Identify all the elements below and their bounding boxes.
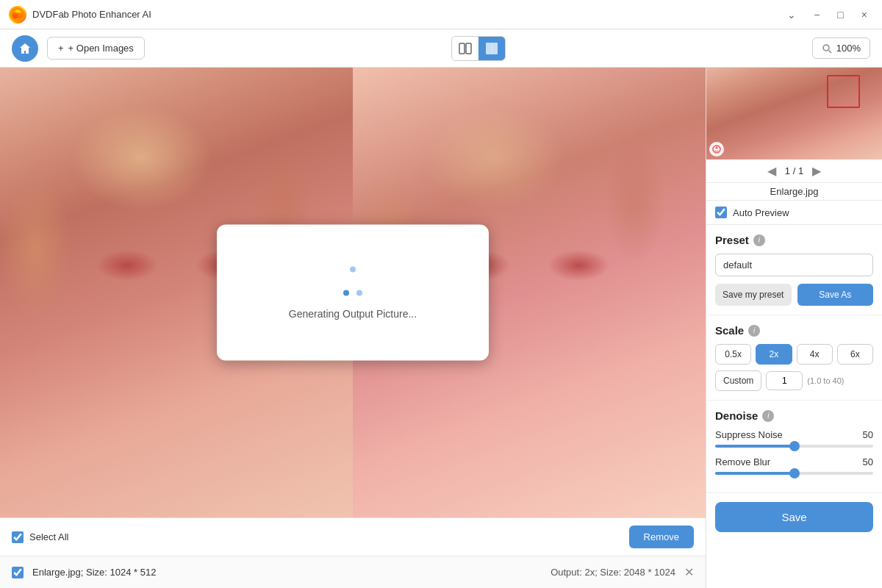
app-title: DVDFab Photo Enhancer AI (32, 9, 151, 20)
denoise-title: Denoise (715, 409, 758, 422)
scale-header: Scale i (715, 324, 873, 337)
auto-preview-row: Auto Preview (706, 201, 882, 225)
thumb-face-icon (709, 142, 724, 157)
main-area: Generating Output Picture... Select All … (0, 68, 882, 588)
spinner (338, 266, 368, 295)
preset-title: Preset (715, 234, 749, 246)
view-toggle (451, 36, 506, 61)
auto-preview-label: Auto Preview (733, 207, 789, 218)
custom-scale-row: Custom 1 (1.0 to 40) (715, 370, 873, 391)
view-split-button[interactable] (452, 37, 478, 60)
zoom-control[interactable]: 100% (812, 37, 870, 59)
auto-preview-checkbox[interactable] (715, 207, 727, 218)
select-all-checkbox[interactable] (12, 531, 24, 543)
svg-rect-6 (486, 43, 491, 54)
minimize-btn[interactable]: − (808, 6, 825, 24)
suppress-noise-label: Suppress Noise (715, 429, 783, 440)
next-file-button[interactable]: ▶ (812, 164, 821, 178)
scale-0-5x-button[interactable]: 0.5x (715, 344, 751, 365)
preset-buttons: Save my preset Save As (715, 284, 873, 306)
svg-rect-7 (492, 43, 498, 54)
output-info: Output: 2x; Size: 2048 * 1024 (551, 567, 675, 578)
suppress-noise-fill (715, 445, 795, 448)
remove-blur-thumb[interactable] (789, 468, 800, 478)
prev-file-button[interactable]: ◀ (767, 164, 776, 178)
custom-scale-input[interactable]: 1 (766, 371, 803, 390)
svg-point-12 (716, 147, 718, 149)
preset-section: Preset i default portrait landscape cust… (706, 225, 882, 315)
denoise-info-icon[interactable]: i (762, 410, 774, 422)
file-row: Enlarge.jpg; Size: 1024 * 512 Output: 2x… (0, 556, 706, 588)
remove-blur-track[interactable] (715, 472, 873, 475)
scale-section: Scale i 0.5x 2x 4x 6x Custom 1 (1.0 to 4… (706, 315, 882, 401)
open-images-button[interactable]: + + Open Images (47, 37, 145, 60)
select-all-label[interactable]: Select All (29, 531, 68, 542)
save-my-preset-button[interactable]: Save my preset (715, 284, 792, 306)
save-button[interactable]: Save (715, 502, 873, 532)
remove-blur-label: Remove Blur (715, 456, 770, 467)
scale-buttons: 0.5x 2x 4x 6x (715, 344, 873, 365)
preview-thumbnail (706, 68, 882, 159)
file-info: Enlarge.jpg; Size: 1024 * 512 (32, 567, 542, 578)
titlebar-controls: ⌄ − □ × (781, 6, 873, 24)
titlebar-left: DVDFab Photo Enhancer AI (9, 6, 151, 24)
preset-info-icon[interactable]: i (753, 234, 765, 246)
scale-2x-button[interactable]: 2x (756, 344, 792, 365)
bottom-bar: Select All Remove (0, 517, 706, 556)
app-logo (9, 6, 26, 24)
titlebar: DVDFab Photo Enhancer AI ⌄ − □ × (0, 0, 882, 29)
denoise-header: Denoise i (715, 409, 873, 422)
scale-title: Scale (715, 324, 744, 337)
remove-blur-label-row: Remove Blur 50 (715, 456, 873, 467)
file-counter: 1 / 1 (785, 165, 803, 176)
open-images-label: + Open Images (68, 43, 134, 54)
scale-4x-button[interactable]: 4x (797, 344, 833, 365)
suppress-noise-thumb[interactable] (789, 441, 800, 451)
svg-line-10 (828, 50, 831, 53)
zoom-icon (822, 43, 832, 54)
file-checkbox[interactable] (12, 567, 24, 578)
view-full-button[interactable] (478, 37, 505, 60)
plus-icon: + (58, 43, 64, 54)
zoom-level: 100% (836, 43, 861, 54)
spinner-text: Generating Output Picture... (289, 307, 417, 319)
thumb-selection-box (827, 75, 860, 108)
home-button[interactable] (12, 35, 38, 62)
remove-blur-value: 50 (863, 456, 873, 467)
dropdown-btn[interactable]: ⌄ (781, 6, 802, 24)
maximize-btn[interactable]: □ (831, 6, 849, 24)
thumbnail-filename: Enlarge.jpg (706, 183, 882, 201)
suppress-noise-label-row: Suppress Noise 50 (715, 429, 873, 440)
image-viewer: Generating Output Picture... (0, 68, 706, 517)
suppress-noise-value: 50 (863, 429, 873, 440)
svg-point-3 (17, 12, 23, 18)
svg-point-9 (823, 45, 829, 51)
svg-rect-5 (466, 43, 471, 54)
scale-info-icon[interactable]: i (748, 325, 760, 337)
scale-6x-button[interactable]: 6x (837, 344, 873, 365)
preset-select[interactable]: default portrait landscape custom (715, 254, 873, 276)
select-all-area: Select All (12, 531, 617, 543)
svg-rect-4 (459, 43, 465, 54)
file-nav: ◀ 1 / 1 ▶ (706, 159, 882, 183)
spinner-overlay: Generating Output Picture... (217, 225, 489, 361)
suppress-noise-track[interactable] (715, 445, 873, 448)
close-btn[interactable]: × (856, 6, 873, 24)
image-column: Generating Output Picture... Select All … (0, 68, 706, 588)
remove-blur-fill (715, 472, 795, 475)
file-name-size: Enlarge.jpg; Size: 1024 * 512 (32, 567, 156, 578)
right-panel: ◀ 1 / 1 ▶ Enlarge.jpg Auto Preview Prese… (706, 68, 882, 588)
toolbar-left: + + Open Images (12, 35, 145, 62)
denoise-section: Denoise i Suppress Noise 50 Remove Blur … (706, 401, 882, 493)
preset-header: Preset i (715, 234, 873, 246)
save-as-button[interactable]: Save As (797, 284, 874, 306)
remove-button[interactable]: Remove (629, 526, 694, 548)
toolbar: + + Open Images 100% (0, 29, 882, 68)
custom-scale-button[interactable]: Custom (715, 370, 761, 391)
custom-scale-range: (1.0 to 40) (807, 376, 844, 385)
close-file-button[interactable]: ✕ (684, 565, 694, 579)
